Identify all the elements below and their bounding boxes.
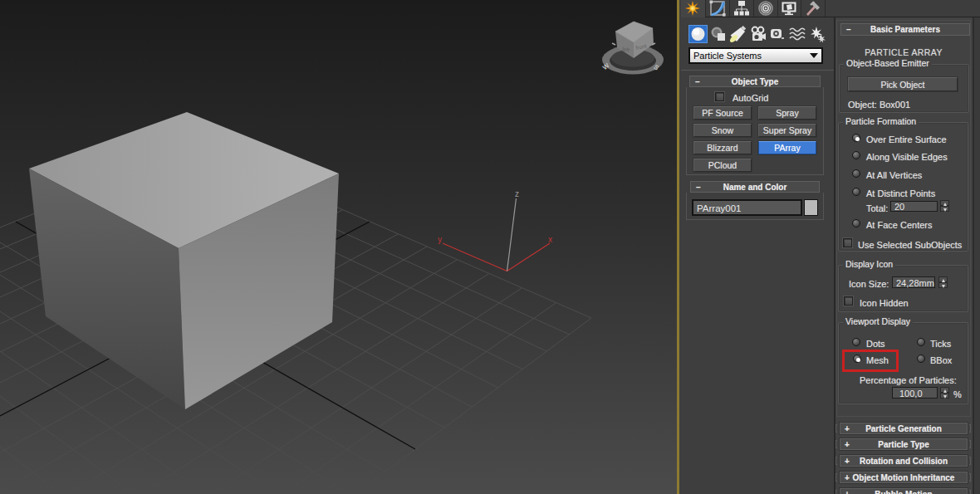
svg-text:y: y	[438, 235, 442, 244]
svg-text:z: z	[515, 189, 519, 198]
svg-text:x: x	[548, 235, 552, 244]
